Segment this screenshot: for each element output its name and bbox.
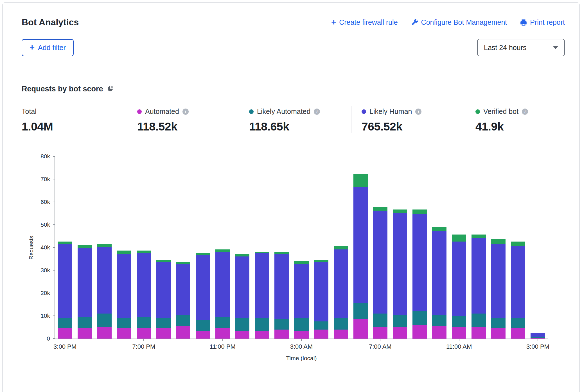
stat-likely-automated-label: Likely Automated bbox=[257, 107, 310, 116]
bar-segment-likely-automated bbox=[491, 318, 506, 328]
stacked-bar[interactable] bbox=[137, 251, 151, 339]
stacked-bar[interactable] bbox=[196, 253, 210, 339]
stat-automated: Automated i 118.52k bbox=[127, 106, 239, 133]
bar-segment-verified-bot bbox=[393, 209, 407, 213]
stacked-bar[interactable] bbox=[452, 235, 466, 339]
stacked-bar[interactable] bbox=[117, 251, 131, 339]
bar-segment-likely-human bbox=[353, 187, 368, 303]
stacked-bar[interactable] bbox=[78, 245, 92, 339]
stacked-bar[interactable] bbox=[334, 246, 348, 339]
stacked-bar[interactable] bbox=[58, 242, 72, 339]
add-filter-button[interactable]: + Add filter bbox=[22, 39, 74, 56]
y-tick-label: 30k bbox=[40, 267, 50, 274]
bar-slot bbox=[193, 156, 213, 339]
bar-segment-automated bbox=[137, 328, 151, 339]
stacked-bar[interactable] bbox=[176, 262, 190, 339]
stacked-bar[interactable] bbox=[314, 260, 328, 339]
bar-segment-verified-bot bbox=[373, 207, 387, 211]
bar-slot bbox=[272, 156, 292, 339]
time-range-dropdown[interactable]: Last 24 hours bbox=[477, 39, 565, 56]
stat-automated-label: Automated bbox=[145, 107, 179, 116]
stacked-bar[interactable] bbox=[531, 333, 545, 339]
bar-segment-likely-automated bbox=[235, 318, 249, 331]
bar-segment-automated bbox=[215, 328, 230, 339]
stacked-bar[interactable] bbox=[491, 239, 506, 339]
stat-likely-automated-value: 118.65k bbox=[249, 120, 351, 133]
bar-slot bbox=[489, 156, 508, 339]
verified-bot-legend-dot bbox=[475, 109, 480, 114]
bar-slot bbox=[213, 156, 233, 339]
bar-segment-likely-automated bbox=[137, 317, 151, 328]
bar-segment-likely-human bbox=[58, 244, 72, 318]
bot-analytics-card: Bot Analytics + Create firewall rule Con… bbox=[2, 2, 580, 392]
bar-segment-verified-bot bbox=[196, 253, 210, 255]
bar-slot bbox=[292, 156, 311, 339]
stacked-bar[interactable] bbox=[432, 227, 446, 339]
bar-segment-verified-bot bbox=[314, 260, 328, 262]
bar-segment-automated bbox=[255, 331, 269, 339]
stacked-bar[interactable] bbox=[294, 261, 308, 339]
stacked-bar[interactable] bbox=[156, 260, 171, 339]
y-tick bbox=[53, 202, 55, 202]
x-tick-label: 7:00 AM bbox=[369, 343, 392, 350]
bar-segment-likely-automated bbox=[78, 317, 92, 328]
bar-slot bbox=[134, 156, 154, 339]
stacked-bar[interactable] bbox=[255, 252, 269, 339]
stacked-bar[interactable] bbox=[393, 209, 407, 339]
x-tick bbox=[143, 339, 144, 341]
stacked-bar[interactable] bbox=[511, 242, 525, 339]
stat-verified-bot-value: 41.9k bbox=[475, 120, 528, 133]
print-report-link[interactable]: Print report bbox=[520, 18, 565, 26]
x-tick-label: 11:00 AM bbox=[446, 343, 472, 350]
bar-slot bbox=[449, 156, 469, 339]
bar-segment-verified-bot bbox=[294, 261, 308, 264]
bar-segment-verified-bot bbox=[452, 235, 466, 241]
bar-segment-automated bbox=[274, 330, 289, 339]
stacked-bar[interactable] bbox=[215, 249, 230, 339]
plus-icon: + bbox=[331, 18, 336, 26]
section-heading: Requests by bot score bbox=[22, 85, 565, 93]
stacked-bar[interactable] bbox=[412, 209, 427, 339]
info-icon[interactable]: i bbox=[182, 109, 189, 115]
bar-segment-likely-human bbox=[117, 254, 131, 318]
bar-segment-automated bbox=[452, 327, 466, 339]
bar-segment-automated bbox=[472, 327, 486, 339]
bar-segment-automated bbox=[432, 326, 446, 339]
stacked-bar[interactable] bbox=[235, 254, 249, 339]
pie-chart-icon bbox=[107, 85, 114, 93]
likely-automated-legend-dot bbox=[249, 109, 254, 114]
bar-segment-automated bbox=[58, 328, 72, 339]
bar-segment-verified-bot bbox=[511, 242, 525, 246]
info-icon[interactable]: i bbox=[415, 109, 421, 115]
bar-segment-verified-bot bbox=[491, 239, 506, 244]
bar-segment-verified-bot bbox=[235, 254, 249, 256]
stacked-bar[interactable] bbox=[472, 235, 486, 339]
info-icon[interactable]: i bbox=[522, 109, 528, 115]
bar-segment-automated bbox=[491, 328, 506, 339]
bar-slot bbox=[75, 156, 94, 339]
info-icon[interactable]: i bbox=[314, 109, 320, 115]
bar-segment-likely-human bbox=[452, 242, 466, 316]
stacked-bar[interactable] bbox=[353, 174, 368, 339]
bar-slot bbox=[370, 156, 390, 339]
x-tick-label: 3:00 PM bbox=[53, 343, 76, 350]
bar-slot bbox=[173, 156, 193, 339]
stacked-bar[interactable] bbox=[97, 244, 112, 339]
x-axis-title: Time (local) bbox=[286, 355, 317, 362]
plus-icon: + bbox=[30, 43, 35, 51]
x-tick-label: 7:00 PM bbox=[132, 343, 155, 350]
create-firewall-rule-link[interactable]: + Create firewall rule bbox=[331, 18, 398, 26]
bar-segment-verified-bot bbox=[78, 245, 92, 248]
configure-bot-management-link[interactable]: Configure Bot Management bbox=[411, 18, 507, 26]
likely-human-legend-dot bbox=[362, 109, 366, 114]
stacked-bar[interactable] bbox=[373, 207, 387, 339]
stat-likely-automated: Likely Automated i 118.65k bbox=[239, 106, 351, 133]
stacked-bar[interactable] bbox=[274, 252, 289, 339]
x-tick bbox=[222, 339, 223, 341]
x-tick bbox=[301, 339, 302, 341]
bar-segment-likely-human bbox=[235, 256, 249, 318]
bar-segment-likely-human bbox=[472, 238, 486, 314]
bar-slot bbox=[410, 156, 429, 339]
bar-slot bbox=[331, 156, 351, 339]
bar-slot bbox=[469, 156, 489, 339]
